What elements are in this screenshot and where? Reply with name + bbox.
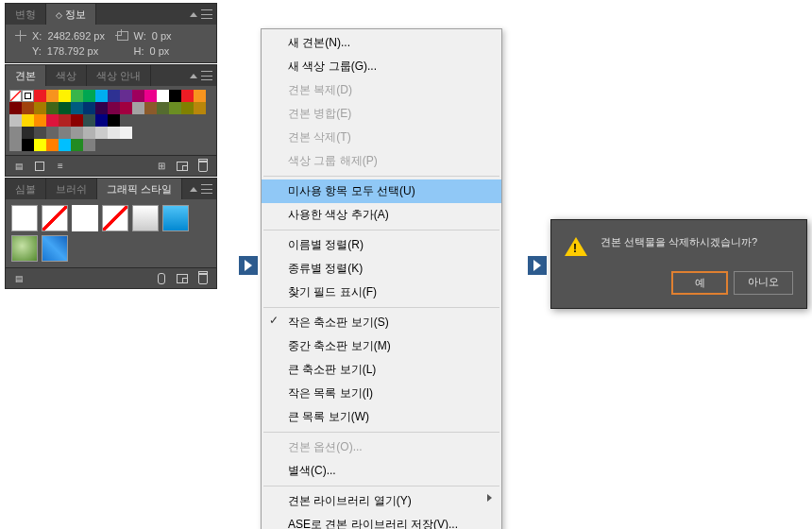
new-style-button[interactable] — [175, 272, 190, 285]
menu-item[interactable]: 이름별 정렬(R) — [262, 233, 501, 257]
swatch[interactable] — [95, 102, 108, 114]
swatch[interactable] — [34, 114, 46, 127]
swatch[interactable] — [59, 114, 71, 127]
swatch[interactable] — [46, 114, 59, 127]
break-link-button[interactable] — [154, 272, 169, 285]
swatch[interactable] — [83, 127, 95, 139]
swatch-options-button[interactable]: ≡ — [53, 160, 68, 173]
swatch[interactable] — [59, 102, 71, 114]
swatch[interactable] — [132, 102, 144, 114]
swatch[interactable] — [144, 90, 157, 102]
swatch[interactable] — [157, 90, 169, 102]
swatch[interactable] — [71, 102, 83, 114]
swatch[interactable] — [59, 127, 71, 139]
style-thumb[interactable] — [42, 205, 68, 231]
swatch[interactable] — [108, 102, 120, 114]
menu-item[interactable]: 견본 라이브러리 열기(Y) — [262, 489, 501, 513]
swatch[interactable] — [120, 90, 132, 102]
menu-item[interactable]: 큰 목록 보기(W) — [262, 405, 501, 429]
swatch[interactable] — [95, 127, 108, 139]
swatch[interactable] — [34, 90, 46, 102]
swatch[interactable] — [46, 127, 59, 139]
swatch[interactable] — [83, 139, 95, 151]
swatch[interactable] — [59, 139, 71, 151]
swatch[interactable] — [95, 90, 108, 102]
swatch[interactable] — [59, 90, 71, 102]
swatch[interactable] — [169, 90, 181, 102]
swatch[interactable] — [71, 90, 83, 102]
swatch[interactable] — [71, 114, 83, 127]
no-button[interactable]: 아니오 — [734, 271, 793, 295]
folder-icon[interactable] — [9, 139, 22, 151]
folder-icon[interactable] — [9, 127, 22, 139]
delete-style-button[interactable] — [195, 272, 211, 285]
swatch[interactable] — [83, 114, 95, 127]
tab-transform[interactable]: 변형 — [6, 4, 46, 25]
menu-item[interactable]: 사용한 색상 추가(A) — [262, 203, 501, 227]
style-thumb[interactable] — [102, 205, 128, 231]
swatch[interactable] — [9, 114, 22, 127]
swatch[interactable] — [120, 102, 132, 114]
swatch[interactable] — [95, 114, 108, 127]
panel-collapse-icon[interactable] — [190, 187, 197, 192]
menu-item[interactable]: 미사용 항목 모두 선택(U) — [262, 179, 501, 203]
menu-item[interactable]: 작은 목록 보기(I) — [262, 382, 501, 405]
swatch[interactable] — [83, 102, 95, 114]
panel-collapse-icon[interactable] — [190, 12, 197, 17]
panel-menu-icon[interactable] — [201, 184, 212, 194]
tab-symbols[interactable]: 심볼 — [6, 179, 46, 199]
swatch-library-button[interactable]: ▤ — [11, 160, 26, 173]
yes-button[interactable]: 예 — [671, 271, 728, 295]
tab-info[interactable]: ◇정보 — [46, 4, 96, 25]
swatch[interactable] — [46, 102, 59, 114]
swatch[interactable] — [194, 102, 206, 114]
swatch[interactable] — [169, 102, 181, 114]
swatch-none[interactable] — [9, 90, 22, 102]
swatch[interactable] — [22, 139, 34, 151]
menu-item[interactable]: 새 색상 그룹(G)... — [262, 55, 501, 78]
swatch[interactable] — [34, 139, 46, 151]
swatch[interactable] — [108, 90, 120, 102]
swatch[interactable] — [120, 127, 132, 139]
style-thumb[interactable] — [11, 235, 38, 262]
swatch[interactable] — [108, 127, 120, 139]
panel-collapse-icon[interactable] — [190, 74, 197, 78]
menu-item[interactable]: 중간 축소판 보기(M) — [262, 334, 501, 358]
style-thumb[interactable] — [72, 205, 98, 231]
swatch[interactable] — [71, 139, 83, 151]
swatch[interactable] — [132, 90, 144, 102]
tab-color-guide[interactable]: 색상 안내 — [87, 65, 151, 86]
swatch[interactable] — [34, 127, 46, 139]
swatch[interactable] — [181, 102, 194, 114]
swatch[interactable] — [46, 139, 59, 151]
swatch[interactable] — [181, 90, 194, 102]
swatch[interactable] — [22, 114, 34, 127]
menu-item[interactable]: 별색(C)... — [262, 459, 501, 483]
swatch[interactable] — [22, 127, 34, 139]
style-thumb[interactable] — [162, 205, 189, 231]
swatch[interactable] — [194, 90, 206, 102]
style-thumb[interactable] — [132, 205, 159, 231]
swatch[interactable] — [71, 127, 83, 139]
menu-item[interactable]: 새 견본(N)... — [262, 31, 501, 55]
menu-item[interactable]: 큰 축소판 보기(L) — [262, 358, 501, 382]
style-thumb[interactable] — [11, 205, 38, 231]
panel-menu-icon[interactable] — [201, 9, 212, 19]
swatch[interactable] — [46, 90, 59, 102]
swatch[interactable] — [108, 114, 120, 127]
swatch-kinds-button[interactable] — [32, 160, 47, 173]
menu-item[interactable]: 종류별 정렬(K) — [262, 257, 501, 281]
swatch[interactable] — [34, 102, 46, 114]
tab-color[interactable]: 색상 — [46, 65, 87, 86]
delete-swatch-button[interactable] — [195, 160, 211, 173]
style-thumb[interactable] — [42, 235, 68, 262]
swatch[interactable] — [83, 90, 95, 102]
swatch[interactable] — [157, 102, 169, 114]
color-group-button[interactable]: ⊞ — [154, 160, 169, 173]
swatch-grid[interactable] — [9, 90, 208, 151]
new-swatch-button[interactable] — [175, 160, 190, 173]
swatch[interactable] — [22, 102, 34, 114]
styles-library-button[interactable]: ▤ — [11, 272, 26, 285]
swatch-registration[interactable] — [22, 90, 34, 102]
tab-graphic-styles[interactable]: 그래픽 스타일 — [97, 179, 182, 199]
